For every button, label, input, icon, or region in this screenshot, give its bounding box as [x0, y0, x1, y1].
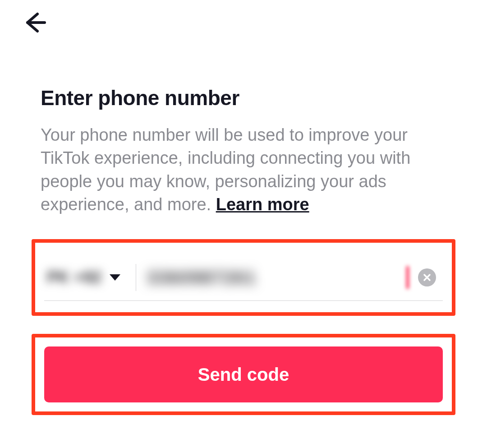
input-underline: [44, 300, 443, 301]
back-button[interactable]: [22, 9, 49, 36]
phone-number-input[interactable]: [147, 268, 409, 288]
description-text: Your phone number will be used to improv…: [41, 124, 451, 216]
send-code-button[interactable]: Send code: [44, 346, 443, 402]
phone-input-highlight: PK +92: [32, 239, 455, 316]
vertical-divider: [136, 264, 136, 291]
caret-down-icon: [110, 274, 120, 281]
send-code-label: Send code: [198, 365, 289, 385]
clear-input-button[interactable]: [418, 268, 436, 286]
page-title: Enter phone number: [41, 86, 451, 110]
arrow-left-icon: [24, 11, 46, 34]
main-content: Enter phone number Your phone number wil…: [41, 86, 451, 216]
country-code-value: PK +92: [47, 268, 101, 287]
phone-input-row: PK +92: [44, 247, 443, 308]
learn-more-link[interactable]: Learn more: [216, 195, 309, 214]
country-code-selector[interactable]: PK +92: [44, 268, 125, 287]
text-cursor: [406, 266, 409, 289]
x-icon: [423, 273, 432, 282]
send-code-highlight: Send code: [32, 334, 455, 415]
